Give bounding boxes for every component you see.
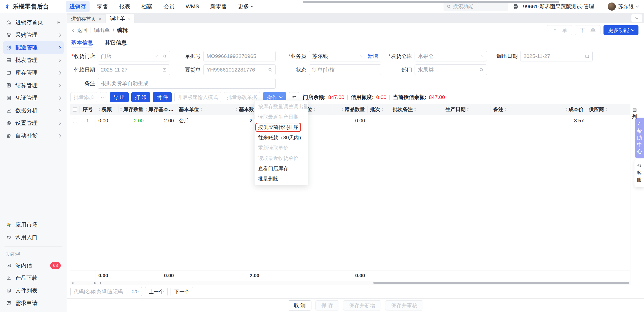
scroll-left-icon[interactable] — [99, 282, 101, 284]
col-header-base-unit[interactable]: 基本单位 — [176, 106, 214, 113]
menu-item-sort-by-supplier-code[interactable]: 按供应商代码排序 — [255, 122, 308, 132]
global-search[interactable] — [444, 2, 508, 11]
sidebar-item-settings[interactable]: 设置管理 — [3, 117, 64, 129]
sidebar-item-product-download[interactable]: 产品下载 — [3, 272, 64, 284]
collapse-sidebar-icon[interactable] — [56, 20, 61, 25]
sort-icon[interactable] — [341, 108, 343, 111]
ship-warehouse-input[interactable] — [418, 53, 479, 59]
sort-icon[interactable] — [98, 108, 100, 111]
remark-field[interactable] — [98, 78, 276, 89]
menu-item-batch-delete[interactable]: 批量删除 — [255, 174, 308, 184]
pay-date-input[interactable] — [101, 67, 160, 73]
close-icon[interactable]: × — [99, 16, 101, 22]
menu-item-lingshou[interactable]: 零售 — [94, 1, 112, 12]
department-field[interactable] — [415, 64, 487, 75]
sidebar-item-settlement[interactable]: 结算管理 — [3, 79, 64, 92]
printer-icon[interactable] — [513, 4, 518, 9]
menu-item-view-store-stock[interactable]: 查看门店库存 — [255, 163, 308, 174]
more-functions-button[interactable]: 更多功能 — [603, 25, 638, 35]
tab-list-button[interactable] — [631, 14, 642, 22]
ship-warehouse-select[interactable] — [415, 51, 487, 61]
col-header-stock-qty[interactable]: 库存数量 — [118, 106, 146, 113]
tab-transfer-out[interactable]: 调出单 × — [106, 14, 134, 23]
salesman-input[interactable] — [312, 53, 358, 59]
sort-icon[interactable] — [120, 108, 122, 111]
batch-add-button[interactable]: 批量添加 — [70, 92, 97, 102]
salesman-select[interactable]: 新增 — [309, 51, 381, 61]
remark-input[interactable] — [101, 80, 272, 86]
sidebar-item-request[interactable]: 需求申请 — [3, 297, 64, 309]
col-header-remark[interactable]: 备注 — [491, 106, 536, 113]
scroll-right-icon[interactable] — [94, 282, 96, 284]
sidebar-item-delivery[interactable]: 配送管理 — [3, 41, 64, 54]
sidebar-item-app-market[interactable]: 应用市场 — [3, 219, 64, 231]
subtab-other-info[interactable]: 其它信息 — [105, 37, 127, 48]
sort-icon[interactable] — [146, 108, 147, 111]
menu-item-jinxiaocun[interactable]: 进销存 — [66, 1, 90, 12]
scrollbar-thumb[interactable] — [373, 282, 629, 284]
select-all-checkbox[interactable] — [73, 107, 77, 112]
receive-store-input[interactable] — [101, 53, 153, 59]
sidebar-item-purchase[interactable]: 采购管理 — [3, 29, 64, 41]
sort-icon[interactable] — [200, 108, 202, 111]
col-header-seq[interactable]: 序号 — [80, 106, 96, 113]
table-row[interactable]: 1 0.00 2.00 2.00 公斤 2.00 公斤 0.00 3.57 — [70, 115, 630, 127]
prev-match-button[interactable]: 上一个 — [145, 287, 168, 296]
menu-item-wms[interactable]: WMS — [182, 2, 203, 12]
prev-doc-button[interactable]: 上一单 — [547, 25, 572, 35]
col-header-prod-date[interactable]: 生产日期 — [443, 106, 491, 113]
col-header-batch-remark[interactable]: 批次备注 — [390, 106, 443, 113]
request-doc-input[interactable] — [207, 67, 266, 73]
sidebar-item-analytics[interactable]: 数据分析 — [3, 104, 64, 117]
col-header-supplier[interactable]: 供应商 — [586, 106, 630, 113]
speed-input-mode-button[interactable]: 开启极速输入模式 — [174, 92, 221, 102]
col-header-batch[interactable]: 批次 — [368, 106, 390, 113]
sidebar-item-replenish[interactable]: 自动补货 — [3, 129, 64, 142]
scroll-left-icon[interactable] — [72, 282, 73, 284]
sort-icon[interactable] — [505, 108, 507, 111]
attachment-button[interactable]: 附 件 — [153, 92, 172, 102]
help-center-tab[interactable]: 帮助中心 — [635, 118, 644, 158]
menu-item-dangan[interactable]: 档案 — [138, 1, 156, 12]
sidebar-item-messages[interactable]: 站内信 63 — [3, 259, 64, 272]
cancel-button[interactable]: 取 消 — [288, 300, 311, 310]
department-input[interactable] — [418, 67, 477, 73]
close-icon[interactable]: × — [128, 16, 130, 21]
store-selector[interactable]: 99661-新界面果蔬版测试-管理... — [523, 3, 598, 10]
request-doc-field[interactable] — [203, 64, 276, 75]
horizontal-scrollbar[interactable] — [70, 281, 630, 285]
sidebar-item-favorites[interactable]: 常用入口 — [3, 231, 64, 244]
sidebar-item-home[interactable]: 进销存首页 — [3, 16, 64, 29]
col-header-gift-qty[interactable]: 赠品数量 — [332, 106, 368, 113]
global-search-input[interactable] — [453, 4, 505, 9]
export-button[interactable]: 导 出 — [110, 92, 129, 102]
subtab-basic-info[interactable]: 基本信息 — [71, 37, 93, 48]
sort-icon[interactable] — [313, 108, 315, 111]
sidebar-item-file-list[interactable]: 文件列表 — [3, 284, 64, 297]
pay-date-picker[interactable] — [98, 64, 170, 75]
sort-icon[interactable] — [236, 108, 238, 111]
sort-icon[interactable] — [381, 108, 383, 111]
search-icon[interactable] — [268, 67, 272, 72]
add-salesman-link[interactable]: 新增 — [368, 53, 378, 60]
col-header-stock-base[interactable]: 库存基本… — [146, 106, 176, 113]
search-icon[interactable] — [162, 54, 167, 58]
menu-item-account-30-days[interactable]: 往来账款（30天内） — [255, 132, 308, 143]
sidebar-item-inventory[interactable]: 库存管理 — [3, 66, 64, 79]
receive-store-select[interactable] — [98, 51, 170, 61]
print-button[interactable]: 打 印 — [131, 92, 150, 102]
item-search-field[interactable]: 0/0 — [70, 287, 142, 296]
sort-icon[interactable] — [414, 108, 416, 111]
col-header-tax[interactable]: 税额 — [96, 106, 118, 113]
user-menu[interactable]: 苏尔银 — [608, 3, 638, 11]
sort-icon[interactable] — [467, 108, 469, 111]
menu-item-huiyuan[interactable]: 会员 — [160, 1, 178, 12]
back-button[interactable]: 返回 — [71, 27, 88, 34]
sidebar-item-voucher[interactable]: 凭证管理 — [3, 92, 64, 104]
search-icon[interactable] — [479, 67, 484, 72]
save-and-audit-button[interactable]: 保存并审核 — [385, 300, 423, 310]
tab-jinxiaocun-home[interactable]: 进销存首页 × — [67, 15, 105, 23]
customer-service-button[interactable]: 客服 — [634, 159, 644, 187]
sort-icon[interactable] — [605, 108, 607, 111]
save-button[interactable]: 保 存 — [315, 300, 339, 310]
